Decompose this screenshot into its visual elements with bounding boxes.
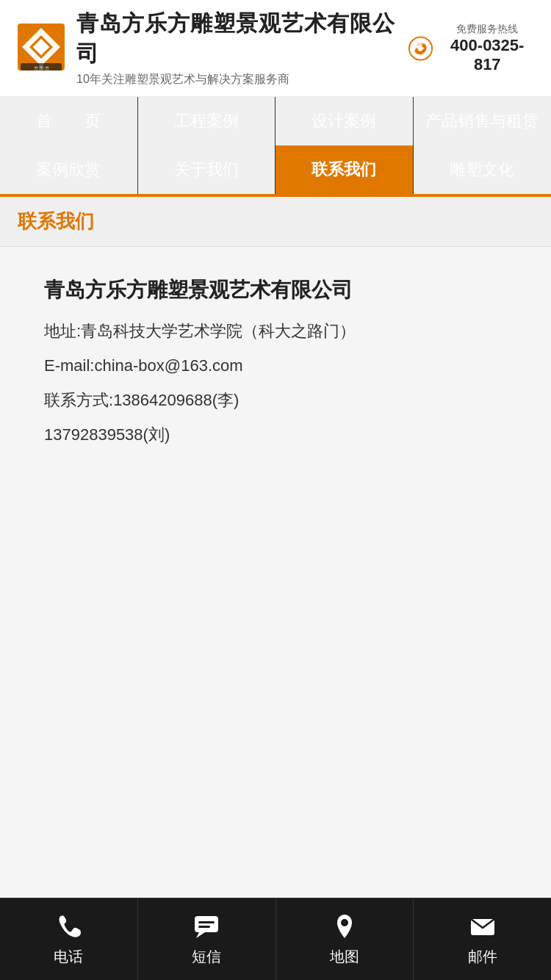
mail-icon (468, 912, 497, 941)
svg-rect-9 (195, 916, 218, 932)
nav-item-contact[interactable]: 联系我们 (276, 145, 414, 194)
phone1-value: 13864209688(李) (113, 391, 239, 409)
footer-mail-label: 邮件 (468, 947, 497, 967)
phone-icon (54, 912, 83, 941)
footer-map[interactable]: 地图 (276, 898, 414, 980)
nav-item-about[interactable]: 关于我们 (138, 145, 276, 194)
address-value: 青岛科技大学艺术学院（科大之路门） (81, 322, 356, 340)
svg-rect-11 (198, 921, 215, 923)
footer: 电话 短信 地图 邮件 (0, 898, 551, 980)
hotline-text: 免费服务热线 400-0325-817 (439, 23, 537, 74)
nav-item-design[interactable]: 设计案例 (276, 97, 414, 145)
nav-item-home[interactable]: 首 页 (0, 97, 138, 145)
hotline: 24h 免费服务热线 400-0325-817 (408, 23, 536, 74)
svg-point-7 (409, 37, 432, 60)
sms-icon (192, 912, 221, 941)
phone2-value: 13792839538(刘) (44, 425, 170, 444)
footer-sms[interactable]: 短信 (138, 898, 276, 980)
svg-point-13 (341, 919, 348, 926)
address-label: 地址: (44, 322, 81, 340)
contact-email: E-mail:china-box@163.com (44, 353, 507, 378)
phone-label: 联系方式: (44, 391, 113, 409)
nav-item-culture[interactable]: 雕塑文化 (414, 145, 552, 194)
header-left: 方·乐·方 青岛方乐方雕塑景观艺术有限公司 10年关注雕塑景观艺术与解决方案服务… (15, 9, 408, 87)
email-label: E-mail: (44, 356, 94, 375)
contact-phone2: 13792839538(刘) (44, 422, 507, 447)
svg-rect-12 (198, 926, 210, 928)
company-name: 青岛方乐方雕塑景观艺术有限公司 (76, 9, 408, 69)
nav-row-2: 案例欣赏 关于我们 联系我们 雕塑文化 (0, 145, 551, 194)
footer-phone-label: 电话 (54, 947, 83, 967)
nav-item-engineering[interactable]: 工程案例 (138, 97, 276, 145)
hotline-label: 免费服务热线 (439, 23, 537, 36)
footer-mail[interactable]: 邮件 (414, 898, 551, 980)
footer-phone[interactable]: 电话 (0, 898, 138, 980)
logo: 方·乐·方 (15, 21, 68, 76)
contact-company-name: 青岛方乐方雕塑景观艺术有限公司 (44, 276, 507, 304)
page-title-bar: 联系我们 (0, 197, 551, 247)
email-value: china-box@163.com (94, 356, 242, 375)
page-title: 联系我们 (18, 210, 94, 232)
contact-phone: 联系方式:13864209688(李) (44, 388, 507, 412)
map-icon (330, 912, 359, 941)
contact-content: 青岛方乐方雕塑景观艺术有限公司 地址:青岛科技大学艺术学院（科大之路门） E-m… (0, 247, 551, 898)
svg-marker-10 (196, 932, 205, 938)
nav-item-showcase[interactable]: 案例欣赏 (0, 145, 138, 194)
footer-map-label: 地图 (330, 947, 359, 967)
footer-sms-label: 短信 (192, 947, 221, 967)
header: 方·乐·方 青岛方乐方雕塑景观艺术有限公司 10年关注雕塑景观艺术与解决方案服务… (0, 0, 551, 97)
hotline-icon: 24h (408, 35, 433, 62)
company-info: 青岛方乐方雕塑景观艺术有限公司 10年关注雕塑景观艺术与解决方案服务商 (76, 9, 408, 87)
nav-item-products[interactable]: 产品销售与租赁 (414, 97, 552, 145)
contact-address: 地址:青岛科技大学艺术学院（科大之路门） (44, 319, 507, 343)
nav-row-1: 首 页 工程案例 设计案例 产品销售与租赁 (0, 97, 551, 145)
company-slogan: 10年关注雕塑景观艺术与解决方案服务商 (76, 72, 408, 87)
hotline-number: 400-0325-817 (439, 36, 537, 74)
svg-text:方·乐·方: 方·乐·方 (34, 65, 49, 71)
